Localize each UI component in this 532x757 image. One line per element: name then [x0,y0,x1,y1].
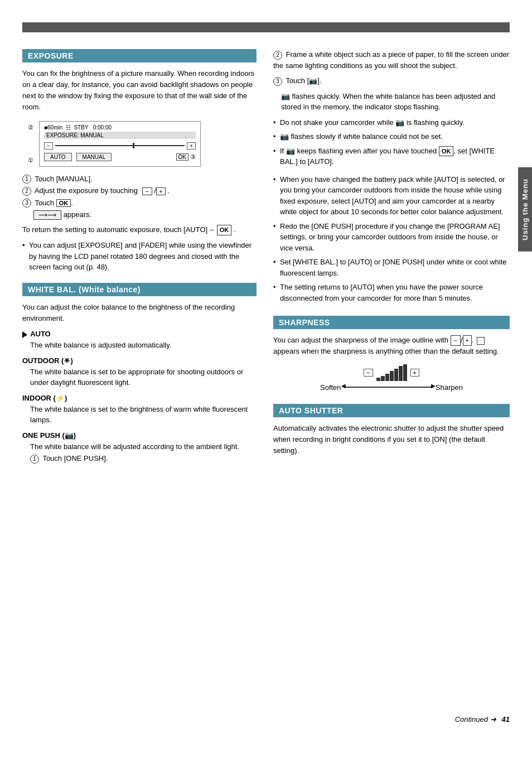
step1: 1 Touch [MANUAL]. [22,175,257,184]
diag-top-left: ■60min ☷ STBY 0:00:00 [44,124,112,131]
step3-right-bracket: ]. [317,76,321,85]
camera-icon: 📷 [309,77,317,85]
left-column: EXPOSURE You can fix the brightness of a… [22,49,257,704]
indoor-text: The white balance is set to the brightne… [30,404,257,426]
outdoor-text: The white balance is set to be appropria… [30,367,257,388]
bar-1 [376,378,380,381]
auto-text: The white balance is adjusted automatica… [30,340,257,351]
onepush-bullet-1: Do not shake your camcorder while 📷 is f… [273,117,510,128]
sharp-diag-plus: + [410,369,419,377]
return-ok: OK [217,225,232,235]
auto-shutter-header: AUTO SHUTTER [273,404,510,417]
diag-box: ■60min ☷ STBY 0:00:00 EXPOSURE: MANUAL −… [39,121,201,167]
diag-num-1: ① [28,157,33,164]
main-bullet-1: When you have changed the battery pack w… [273,174,510,218]
arrow-left-icon: ◀ [341,383,346,389]
onepush-step3: 3 Touch [📷]. [273,75,510,86]
main-bullet-3: Set [WHITE BAL.] to [AUTO] or [ONE PUSH]… [273,257,510,278]
bar-4 [390,371,394,381]
outdoor-title-text: OUTDOOR (☀) [22,356,73,365]
outdoor-title: OUTDOOR (☀) [22,356,257,365]
onepush-continuation: 2 Frame a white object such as a piece o… [273,49,510,167]
sharpness-intro: You can adjust the sharpness of the imag… [273,335,510,357]
indoor-title: INDOOR (⚡) [22,394,257,402]
white-bal-section: WHITE BAL. (White balance) You can adjus… [22,283,257,464]
onepush-bullets: Do not shake your camcorder while 📷 is f… [273,117,510,167]
diag-manual-btn: MANUAL [76,153,112,161]
diag-ok-area: OK ③ [176,153,196,161]
diag-ok: OK [176,153,188,161]
sharpness-diagram-inner: − + [319,364,464,381]
step2: 2 Adjust the exposure by touching − /+ . [22,186,257,196]
sharp-labels: Soften ◀ ▶ Sharpen [319,383,464,392]
sharp-minus: − [451,335,461,346]
plus-control: + [156,187,165,195]
triangle-icon [22,331,27,338]
continued-text: Continued ➜ [455,715,496,724]
onepush-step1-text: Touch [ONE PUSH]. [42,454,108,462]
onepush-step2: 2 Frame a white object such as a piece o… [273,49,510,71]
diag-auto-btn: AUTO [44,153,72,161]
diag-slider-thumb [133,143,134,148]
page-number: 41 [502,715,510,724]
main-bullets: When you have changed the battery pack w… [273,174,510,304]
return-text: To return the setting to automatic expos… [22,224,257,235]
step3-right-num: 3 [273,77,282,86]
white-bal-header: WHITE BAL. (White balance) [22,283,257,296]
step2-right-text: Frame a white object such as a piece of … [273,50,509,70]
sharpen-label: Sharpen [436,383,463,392]
step3-ok: OK [56,199,71,207]
sharpness-header: SHARPNESS [273,316,510,329]
top-bar [22,22,510,32]
bar-6 [399,366,403,381]
appears-label: appears. [64,210,92,219]
diag-exposure-row: EXPOSURE: MANUAL [44,132,196,139]
diag-top-row: ■60min ☷ STBY 0:00:00 [44,124,196,131]
indoor-title-text: INDOOR (⚡) [22,394,67,402]
soften-label: Soften [320,383,341,392]
minus-control: − [142,187,152,195]
step1-num: 1 [22,175,31,184]
step2-num: 2 [22,187,31,196]
onepush-title: ONE PUSH (📷) [22,431,257,440]
exposure-bullets: You can adjust [EXPOSURE] and [FADER] wh… [22,240,257,273]
arrow-indicator: ⟶⟶ [33,210,61,220]
step3: 3 Touch OK. [22,199,257,208]
exposure-section: EXPOSURE You can fix the brightness of a… [22,49,257,273]
diag-plus: + [187,142,196,150]
diag-minus: − [44,142,53,150]
step2-text: Adjust the exposure by touching [35,186,138,195]
exposure-bullet-1: You can adjust [EXPOSURE] and [FADER] wh… [22,240,257,273]
auto-shutter-text: Automatically activates the electronic s… [273,423,510,456]
exposure-header: EXPOSURE [22,49,257,62]
step3-text: Touch [35,199,56,207]
sharp-bars [376,364,407,381]
bar-5 [394,369,398,381]
auto-title: AUTO [22,330,257,338]
sharp-indicator-box [477,337,485,345]
step3-num: 3 [22,199,31,208]
sharpness-intro-text: You can adjust the sharpness of the imag… [273,336,448,344]
diag-num-2: ② [28,124,33,131]
white-bal-intro: You can adjust the color balance to the … [22,302,257,324]
onepush-step1: 1 Touch [ONE PUSH]. [30,454,257,464]
return-label: To return the setting to automatic expos… [22,225,215,234]
onepush-desc: 📷 flashes quickly. When the white balanc… [281,91,510,113]
auto-title-text: AUTO [30,330,51,338]
right-column: 2 Frame a white object such as a piece o… [273,49,510,704]
step3-right-text: Touch [ [286,76,309,85]
diag-slider: − + [44,142,196,150]
side-label: Using the Menu [518,167,532,252]
diag-buttons: AUTO MANUAL OK ③ [44,153,196,161]
arrow-line: ◀ ▶ [345,387,432,388]
step2-controls: − /+ [142,186,168,195]
sharpness-section: SHARPNESS You can adjust the sharpness o… [273,316,510,391]
auto-shutter-section: AUTO SHUTTER Automatically activates the… [273,404,510,456]
exposure-steps: 1 Touch [MANUAL]. 2 Adjust the exposure … [22,175,257,220]
sharpness-appears: appears when the sharpness is anything o… [273,347,499,355]
bar-3 [385,374,389,381]
onepush-text: The white balance will be adjusted accor… [30,441,257,452]
step2-right-num: 2 [273,51,282,60]
step1-text: Touch [MANUAL]. [35,175,92,183]
diag-slider-line [55,145,185,146]
